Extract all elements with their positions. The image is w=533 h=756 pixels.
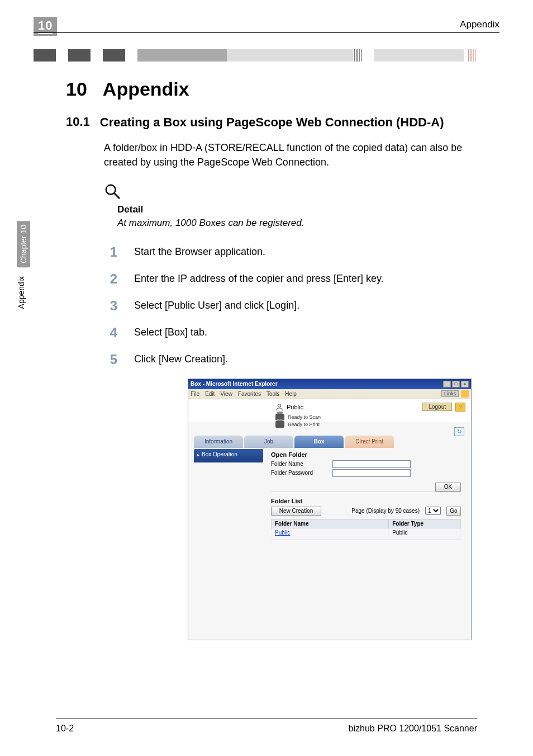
- new-creation-button[interactable]: New Creation: [271, 507, 321, 516]
- step-text: Start the Browser application.: [134, 244, 265, 258]
- step-item: 4Select [Box] tab.: [104, 325, 477, 341]
- section-separator: [271, 492, 461, 492]
- detail-text: At maximum, 1000 Boxes can be registered…: [117, 218, 477, 229]
- folder-type-value: Public: [389, 528, 461, 537]
- step-number: 3: [104, 298, 117, 314]
- menu-tools[interactable]: Tools: [266, 391, 279, 397]
- step-text: Click [New Creation].: [134, 352, 228, 365]
- decorative-bar: [34, 49, 499, 62]
- step-number: 2: [104, 271, 117, 287]
- svg-point-2: [278, 404, 280, 407]
- folder-name-label: Folder Name: [271, 461, 332, 467]
- header-rule: [34, 32, 499, 33]
- page-footer: 10-2 bizhub PRO 1200/1051 Scanner: [56, 719, 477, 734]
- footer-rule: [56, 719, 477, 719]
- page-select[interactable]: 1: [425, 507, 441, 515]
- detail-block: Detail At maximum, 1000 Boxes can be reg…: [104, 183, 477, 229]
- help-button[interactable]: ?: [455, 403, 465, 412]
- section-title: Creating a Box using PageScope Web Conne…: [100, 115, 444, 130]
- steps-list: 1Start the Browser application. 2Enter t…: [104, 244, 477, 367]
- menu-file[interactable]: File: [191, 391, 199, 397]
- chevron-right-icon: ▸: [197, 452, 199, 457]
- chapter-title-row: 10 Appendix: [66, 78, 477, 100]
- menu-edit[interactable]: Edit: [205, 391, 215, 397]
- step-text: Select [Public User] and click [Login].: [134, 298, 299, 311]
- content: 10 Appendix 10.1 Creating a Box using Pa…: [66, 78, 477, 640]
- folder-password-label: Folder Password: [271, 470, 332, 476]
- footer-model: bizhub PRO 1200/1051 Scanner: [349, 724, 477, 734]
- step-number: 4: [104, 325, 117, 341]
- page-display-label: Page (Display by 50 cases): [351, 508, 420, 514]
- svg-line-1: [115, 193, 119, 197]
- folder-name-input[interactable]: [332, 460, 411, 468]
- folder-list-heading: Folder List: [271, 498, 461, 504]
- ie-titlebar: Box - Microsoft Internet Explorer _ □ ×: [188, 379, 471, 389]
- table-row: Public Public: [272, 528, 461, 537]
- ie-flag-icon: [461, 390, 469, 398]
- tab-information[interactable]: Information: [194, 436, 243, 448]
- ie-menubar: File Edit View Favorites Tools Help Link…: [188, 389, 471, 399]
- tab-direct-print[interactable]: Direct Print: [345, 436, 394, 448]
- close-button[interactable]: ×: [461, 381, 469, 388]
- sidebar-underline: [194, 462, 262, 463]
- step-text: Enter the IP address of the copier and p…: [134, 271, 384, 285]
- page-header: 10 Appendix: [34, 17, 499, 31]
- folder-password-input[interactable]: [332, 469, 411, 477]
- section-number: 10.1: [66, 115, 90, 129]
- user-icon: [275, 403, 283, 411]
- step-item: 1Start the Browser application.: [104, 244, 477, 260]
- side-tab: Chapter 10 Appendix: [17, 221, 30, 309]
- ie-window: Box - Microsoft Internet Explorer _ □ × …: [188, 379, 472, 640]
- folder-table: Folder Name Folder Type Public Public: [271, 519, 461, 537]
- menu-help[interactable]: Help: [285, 391, 297, 397]
- col-folder-name: Folder Name: [272, 519, 389, 528]
- ok-button[interactable]: OK: [435, 483, 461, 492]
- minimize-button[interactable]: _: [443, 381, 451, 388]
- printer-status-icon: [275, 421, 284, 428]
- step-item: 2Enter the IP address of the copier and …: [104, 271, 477, 287]
- tab-job[interactable]: Job: [244, 436, 293, 448]
- chapter-number: 10: [38, 18, 53, 34]
- window-title: Box - Microsoft Internet Explorer: [191, 381, 442, 387]
- sidebar-item-label: Box Operation: [202, 451, 237, 457]
- section-title-row: 10.1 Creating a Box using PageScope Web …: [66, 115, 477, 130]
- status-scan: Ready to Scan: [288, 414, 321, 420]
- status-block: Ready to Scan Ready to Print: [275, 414, 465, 428]
- ie-body: Public Logout ? Ready to Scan Ready to P…: [188, 399, 471, 640]
- step-item: 5Click [New Creation].: [104, 352, 477, 367]
- step-item: 3Select [Public User] and click [Login].: [104, 298, 477, 314]
- embedded-screenshot: Box - Microsoft Internet Explorer _ □ × …: [188, 379, 477, 640]
- menu-view[interactable]: View: [220, 391, 232, 397]
- intro-paragraph: A folder/box in HDD-A (STORE/RECALL func…: [104, 140, 477, 169]
- open-folder-heading: Open Folder: [271, 451, 461, 458]
- chapter-title-text: Appendix: [103, 78, 189, 100]
- maximize-button[interactable]: □: [452, 381, 460, 388]
- user-name: Public: [287, 404, 303, 410]
- side-chapter-label: Chapter 10: [17, 221, 30, 267]
- detail-label: Detail: [117, 204, 477, 215]
- step-number: 1: [104, 244, 117, 260]
- table-bottom-rule: [271, 540, 461, 540]
- status-print: Ready to Print: [288, 422, 320, 427]
- folder-link-public[interactable]: Public: [272, 528, 389, 537]
- logout-button[interactable]: Logout: [422, 403, 452, 411]
- header-right: Appendix: [460, 17, 499, 30]
- tab-box[interactable]: Box: [294, 436, 344, 448]
- step-text: Select [Box] tab.: [134, 325, 207, 338]
- magnifier-icon: [104, 183, 121, 200]
- user-row: Public Logout ?: [194, 403, 465, 412]
- sidebar-item-box-operation[interactable]: ▸Box Operation: [194, 449, 263, 462]
- tabs: Information Job Box Direct Print: [194, 436, 465, 448]
- refresh-button[interactable]: ↻: [454, 427, 464, 436]
- menu-favorites[interactable]: Favorites: [238, 391, 261, 397]
- page-number: 10-2: [56, 724, 74, 734]
- col-folder-type: Folder Type: [389, 519, 461, 528]
- step-number: 5: [104, 352, 117, 367]
- chapter-title-number: 10: [66, 78, 87, 100]
- main-panel: Open Folder Folder Name Folder Password …: [263, 449, 465, 545]
- side-section-label: Appendix: [17, 276, 26, 309]
- links-label[interactable]: Links: [441, 390, 459, 397]
- go-button[interactable]: Go: [446, 507, 461, 516]
